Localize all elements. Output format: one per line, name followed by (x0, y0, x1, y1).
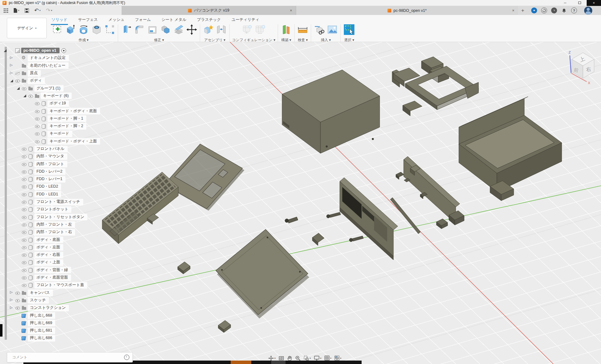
expand-arrow-icon[interactable] (10, 329, 14, 333)
visibility-eye-icon[interactable] (15, 321, 20, 325)
visibility-eye-icon[interactable] (15, 314, 20, 318)
browser-tree-row[interactable]: pc-98DO_open v1 (2, 47, 95, 54)
browser-tree-row[interactable]: FDD・LED1 (2, 191, 95, 198)
expand-arrow-icon[interactable] (16, 238, 20, 242)
browser-tree-row[interactable]: キーボード・脚・1 (2, 115, 95, 122)
node-label[interactable]: キーボード・脚・1 (47, 115, 86, 122)
expand-arrow-icon[interactable] (10, 71, 14, 75)
browser-tree-row[interactable]: 内部・フロント・左 (2, 221, 95, 228)
group-label-insert[interactable]: 挿入 ▾ (321, 38, 331, 42)
browser-tree-row[interactable]: 内部・フロント・右 (2, 228, 95, 236)
node-label[interactable]: グループ1 (1) (34, 85, 64, 92)
node-label[interactable]: ドキュメントの設定 (28, 55, 69, 61)
viewports-icon[interactable]: ▾ (334, 355, 342, 361)
expand-arrow-icon[interactable] (16, 276, 20, 280)
node-label[interactable]: スケッチ (28, 297, 49, 304)
group-label-select[interactable]: 選択 ▾ (344, 38, 354, 42)
expand-arrow-icon[interactable] (16, 215, 20, 219)
group-label-create[interactable]: 作成 ▾ (79, 38, 89, 42)
visibility-eye-icon[interactable] (22, 275, 27, 280)
hole-button[interactable] (91, 24, 102, 36)
expand-arrow-icon[interactable] (16, 170, 20, 174)
visibility-eye-icon[interactable] (15, 291, 20, 295)
comment-toggle-icon[interactable] (124, 355, 129, 360)
browser-tree-row[interactable]: ボディ・底面背面 (2, 274, 95, 281)
expand-arrow-icon[interactable] (10, 64, 14, 68)
expand-arrow-icon[interactable] (29, 124, 33, 128)
visibility-eye-icon[interactable] (15, 64, 20, 68)
measure-button[interactable] (297, 24, 308, 36)
node-label[interactable]: FDD・レバー2 (34, 168, 65, 175)
expand-arrow-icon[interactable] (16, 268, 20, 272)
expand-arrow-icon[interactable] (10, 314, 14, 318)
expand-arrow-icon[interactable] (29, 132, 33, 136)
browser-tree-row[interactable]: キーボード・ボディ・底面 (2, 107, 95, 115)
new-tab-button[interactable]: + (518, 6, 527, 15)
node-label[interactable]: 押し出し669 (28, 320, 55, 326)
expand-arrow-icon[interactable] (16, 155, 20, 159)
move-button[interactable] (186, 24, 197, 36)
browser-tree-row[interactable]: キーボード (6) (2, 92, 95, 100)
display-settings-icon[interactable]: ▾ (313, 355, 322, 361)
expand-arrow-icon[interactable] (10, 56, 14, 60)
group-label-configuration[interactable]: コンフィギュレーション ▾ (232, 38, 275, 42)
node-label[interactable]: フロントポケット (34, 206, 71, 213)
minimize-button[interactable]: ─ (558, 0, 572, 6)
node-label[interactable]: フロント・リセットボタン (34, 214, 87, 220)
browser-tree-row[interactable]: ボディ・左面 (2, 244, 95, 251)
browser-tree-row[interactable]: 原点 (2, 69, 95, 77)
node-label[interactable]: キーボード・ボディ・底面 (47, 108, 100, 114)
extensions-icon[interactable]: ✦ (531, 7, 537, 13)
visibility-eye-icon[interactable] (35, 139, 40, 144)
configuration-button[interactable] (242, 24, 253, 36)
node-label[interactable]: キーボード (47, 131, 72, 137)
press-pull-button[interactable] (121, 24, 132, 36)
visibility-eye-icon[interactable] (28, 94, 33, 98)
expand-arrow-icon[interactable] (29, 117, 33, 121)
node-label[interactable]: 押し出し668 (28, 312, 55, 319)
tab-close-icon[interactable]: × (512, 8, 514, 13)
expand-arrow-icon[interactable] (29, 109, 33, 113)
visibility-eye-icon[interactable] (22, 86, 27, 91)
create-sketch-button[interactable] (52, 24, 63, 36)
pattern-button[interactable] (104, 24, 115, 36)
visibility-eye-icon[interactable] (22, 200, 27, 204)
expand-arrow-icon[interactable] (16, 230, 20, 234)
comment-bar[interactable]: コメント (7, 352, 133, 362)
expand-arrow-icon[interactable] (29, 102, 33, 106)
browser-tree-row[interactable]: キーボード・ボディ・上面 (2, 138, 95, 145)
browser-tree-row[interactable]: フロント・リセットボタン (2, 213, 95, 221)
node-label[interactable]: pc-98DO_open v1 (21, 48, 60, 53)
browser-tree-row[interactable]: ボディ (2, 77, 95, 84)
revolve-button[interactable] (78, 24, 89, 36)
browser-tree-row[interactable]: 押し出し686 (2, 334, 95, 342)
insert-canvas-button[interactable] (327, 24, 338, 36)
pan-hand-icon[interactable] (286, 355, 293, 362)
visibility-eye-icon[interactable] (22, 245, 27, 250)
expand-arrow-icon[interactable] (16, 261, 20, 265)
expand-arrow-icon[interactable] (16, 253, 20, 257)
browser-tree-row[interactable]: 押し出し669 (2, 319, 95, 327)
visibility-eye-icon[interactable] (15, 328, 20, 333)
file-menu-icon[interactable]: ▾ (13, 8, 19, 13)
node-label[interactable]: キーボード・脚・2 (47, 123, 86, 130)
visibility-eye-icon[interactable] (22, 223, 27, 227)
browser-tree-row[interactable]: ボディ・右面 (2, 251, 95, 259)
browser-tree-row[interactable]: FDD・レバー2 (2, 168, 95, 175)
node-label[interactable]: フロント・マウスポート蓋 (34, 282, 87, 289)
browser-tree-row[interactable]: 押し出し681 (2, 327, 95, 334)
browser-tree-row[interactable]: スケッチ (2, 297, 95, 304)
browser-tree-row[interactable]: コンストラクション (2, 304, 95, 312)
visibility-eye-icon[interactable] (22, 162, 27, 166)
node-label[interactable]: FDD・レバー1 (34, 176, 65, 183)
browser-tree-row[interactable]: フロント・電源スイッチ (2, 198, 95, 206)
node-label[interactable]: FDD・LED2 (34, 184, 61, 190)
browser-tree-row[interactable]: 押し出し668 (2, 312, 95, 319)
expand-arrow-icon[interactable] (10, 291, 14, 295)
profile-avatar[interactable] (584, 7, 592, 15)
look-at-icon[interactable] (278, 355, 285, 362)
browser-tree-row[interactable]: キーボード・脚・2 (2, 122, 95, 130)
visibility-eye-icon[interactable] (35, 124, 40, 128)
zoom-icon[interactable] (294, 355, 301, 362)
browser-tree-row[interactable]: FDD・レバー1 (2, 175, 95, 183)
